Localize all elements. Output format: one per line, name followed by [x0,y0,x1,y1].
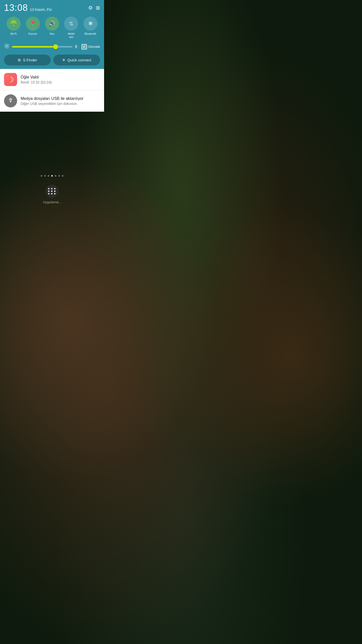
app-drawer-button[interactable] [0,185,104,198]
prayer-title: Öğle Vakti [21,75,100,79]
quick-connect-icon: ✳ [62,58,65,62]
page-dot-6 [58,175,60,177]
quick-toggles: Wi-Fi 📍 Konum 🔊 Ses ⇅ Mobilveri ✱ [0,15,104,42]
usb-description: Diğer USB seçenekleri için dokunun. [21,102,100,106]
auto-checkbox: ✓ [81,44,87,50]
svg-line-7 [8,44,9,45]
sound-label: Ses [50,32,54,35]
drawer-dot-2 [51,188,53,189]
status-icons: ⚙ ⊞ [88,5,100,11]
notification-usb[interactable]: Medya dosyaları USB ile aktarılıyor Diğe… [0,90,104,112]
status-time: 13:08 13 Kasım, Pzr [4,3,52,13]
usb-icon [8,97,13,104]
status-bar: 13:08 13 Kasım, Pzr ⚙ ⊞ [0,0,104,15]
drawer-dot-9 [54,193,56,194]
clock: 13:08 [4,3,28,13]
brightness-thumb [53,44,58,49]
svg-text:A: A [6,48,8,49]
usb-content: Medya dosyaları USB ile aktarılıyor Diğe… [21,96,100,106]
auto-brightness[interactable]: ✓ Otomatik [81,44,100,50]
grid-icon[interactable]: ⊞ [96,5,100,11]
location-icon: 📍 [29,20,36,27]
bluetooth-label: Bluetooth [85,32,96,35]
drawer-dot-8 [51,193,53,194]
svg-line-5 [5,44,6,45]
page-dot-7 [62,175,63,177]
auto-label: Otomatik [88,45,100,49]
usb-title: Medya dosyaları USB ile aktarılıyor [21,96,100,101]
drawer-dot-3 [54,188,56,189]
drawer-dot-1 [48,188,50,189]
toggle-bluetooth[interactable]: ✱ Bluetooth [83,17,98,39]
svg-point-10 [10,101,11,102]
bluetooth-icon: ✱ [88,20,93,27]
brightness-slider[interactable] [12,46,72,48]
drawer-dot-7 [48,193,50,194]
mobile-data-icon: ⇅ [69,21,73,27]
page-dot-2 [44,175,46,177]
page-dot-4 [51,175,53,177]
mobile-data-label: Mobilveri [68,32,74,39]
drawer-dot-5 [51,190,53,192]
date: 13 Kasım, Pzr [30,8,52,12]
toggle-wifi[interactable]: Wi-Fi [7,17,21,39]
wifi-label: Wi-Fi [10,32,17,35]
quick-connect-button[interactable]: ✳ Quick connect [53,55,100,65]
drawer-dot-6 [54,190,56,192]
svg-line-6 [8,47,9,48]
location-label: Konum [28,32,37,35]
svg-rect-11 [10,98,11,99]
brightness-fill [12,46,56,48]
page-dots [0,172,104,180]
wifi-toggle-circle [7,17,21,31]
checkmark-icon: ✓ [83,45,86,49]
wifi-icon [11,21,17,26]
drawer-dot-4 [48,190,50,192]
prayer-icon: ☽ [7,75,14,84]
page-dot-3 [48,175,49,177]
s-finder-label: S Finder [23,58,37,62]
sound-icon: 🔊 [49,20,55,27]
brightness-value: 8 [75,45,79,49]
svg-line-8 [5,47,6,48]
page-dot-1 [41,175,42,177]
drawer-circle [46,185,59,198]
bluetooth-toggle-circle: ✱ [83,17,98,31]
prayer-icon-container: ☽ [4,73,17,86]
prayer-content: Öğle Vakti İkindi: 15:32 (02:24) [21,75,100,84]
s-finder-button[interactable]: ⊛ S Finder [4,55,51,65]
brightness-icon: A [4,43,10,50]
notification-prayer[interactable]: ☽ Öğle Vakti İkindi: 15:32 (02:24) [0,69,104,90]
s-finder-icon: ⊛ [18,58,21,62]
settings-icon[interactable]: ⚙ [88,5,93,11]
toggle-sound[interactable]: 🔊 Ses [45,17,59,39]
toggle-location[interactable]: 📍 Konum [26,17,40,39]
svg-point-0 [6,45,8,47]
usb-icon-container [4,94,17,107]
bottom-label: Uygulamal... [0,200,104,209]
mobile-data-toggle-circle: ⇅ [64,17,78,31]
drawer-grid-icon [48,188,56,194]
panel-buttons: ⊛ S Finder ✳ Quick connect [0,53,104,69]
sound-toggle-circle: 🔊 [45,17,59,31]
notification-panel: 13:08 13 Kasım, Pzr ⚙ ⊞ Wi-Fi 📍 [0,0,104,69]
toggle-mobile-data[interactable]: ⇅ Mobilveri [64,17,78,39]
location-toggle-circle: 📍 [26,17,40,31]
notifications-area: ☽ Öğle Vakti İkindi: 15:32 (02:24) Medya… [0,69,104,112]
home-area: Uygulamal... [0,172,104,273]
brightness-row: A 8 ✓ Otomatik [0,42,104,53]
prayer-description: İkindi: 15:32 (02:24) [21,80,100,84]
page-dot-5 [55,175,56,177]
quick-connect-label: Quick connect [67,58,91,62]
